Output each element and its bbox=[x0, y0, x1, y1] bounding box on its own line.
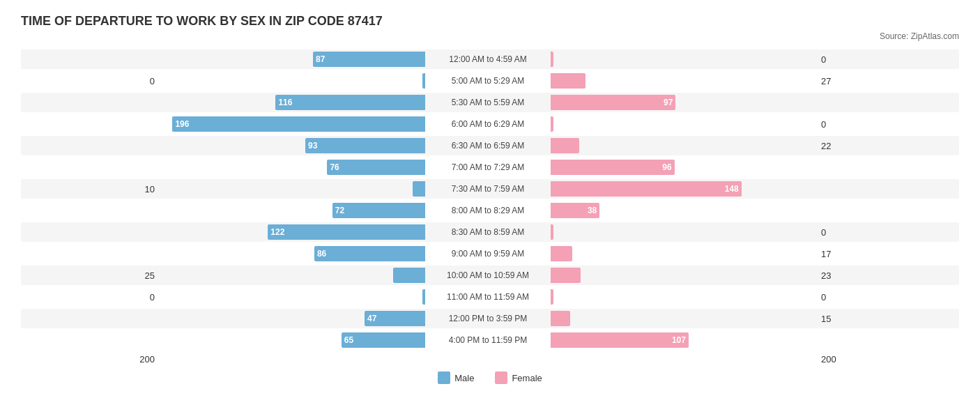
female-bar-container: 107 bbox=[551, 332, 816, 348]
female-bar-container bbox=[551, 73, 816, 89]
axis-right-label: 200 bbox=[816, 354, 850, 365]
female-value: 23 bbox=[816, 270, 850, 281]
female-bar-container bbox=[551, 289, 816, 305]
male-bar: 76 bbox=[327, 160, 425, 175]
female-bar-container bbox=[551, 116, 816, 132]
male-bar-container: 47 bbox=[160, 311, 425, 326]
time-label: 8:00 AM to 8:29 AM bbox=[425, 206, 551, 215]
male-bar-container: 76 bbox=[160, 160, 425, 175]
male-bar-container: 65 bbox=[160, 332, 425, 348]
axis-left-label: 200 bbox=[21, 354, 160, 365]
male-bar-container: 93 bbox=[160, 138, 425, 153]
female-bar-container bbox=[551, 138, 816, 153]
male-value: 10 bbox=[21, 184, 160, 194]
male-bar-container bbox=[160, 181, 425, 197]
female-bar-container bbox=[551, 246, 816, 261]
female-bar bbox=[551, 268, 581, 283]
time-label: 5:30 AM to 5:59 AM bbox=[425, 98, 551, 107]
female-bar bbox=[551, 311, 570, 326]
axis-row: 200200 bbox=[21, 354, 959, 365]
chart-row: 1165:30 AM to 5:59 AM97 bbox=[21, 93, 959, 112]
time-label: 6:30 AM to 6:59 AM bbox=[425, 141, 551, 151]
male-value: 0 bbox=[21, 292, 160, 302]
legend-female: Female bbox=[495, 371, 542, 384]
chart-row: 8712:00 AM to 4:59 AM0 bbox=[21, 49, 959, 69]
male-bar: 122 bbox=[268, 224, 425, 240]
male-bar: 72 bbox=[332, 203, 425, 218]
chart-row: 728:00 AM to 8:29 AM38 bbox=[21, 201, 959, 220]
female-bar-container bbox=[551, 311, 816, 326]
male-value: 25 bbox=[21, 270, 160, 281]
time-label: 11:00 AM to 11:59 AM bbox=[425, 292, 551, 302]
male-bar: 196 bbox=[172, 116, 425, 132]
male-bar-container: 196 bbox=[160, 116, 425, 132]
male-bar: 116 bbox=[275, 95, 425, 110]
female-bar-container bbox=[551, 224, 816, 240]
male-value: 0 bbox=[21, 76, 160, 86]
chart-area: 8712:00 AM to 4:59 AM005:00 AM to 5:29 A… bbox=[21, 49, 959, 365]
chart-row: 936:30 AM to 6:59 AM22 bbox=[21, 136, 959, 155]
female-bar: 97 bbox=[551, 95, 675, 110]
legend: Male Female bbox=[21, 371, 959, 384]
female-value: 15 bbox=[816, 314, 850, 324]
time-label: 5:00 AM to 5:29 AM bbox=[425, 76, 551, 86]
male-bar-container: 86 bbox=[160, 246, 425, 261]
female-bar: 96 bbox=[551, 160, 675, 175]
male-bar-container bbox=[160, 73, 425, 89]
male-bar: 65 bbox=[342, 332, 425, 348]
female-value: 17 bbox=[816, 249, 850, 259]
chart-row: 4712:00 PM to 3:59 PM15 bbox=[21, 309, 959, 328]
female-value: 0 bbox=[816, 119, 850, 130]
female-bar bbox=[551, 289, 553, 305]
female-bar bbox=[551, 246, 572, 261]
male-bar: 87 bbox=[313, 52, 425, 67]
male-bar-container bbox=[160, 268, 425, 283]
male-bar bbox=[413, 181, 426, 197]
legend-female-box bbox=[495, 371, 507, 384]
female-bar: 107 bbox=[551, 332, 689, 348]
female-value: 27 bbox=[816, 76, 850, 86]
chart-row: 011:00 AM to 11:59 AM0 bbox=[21, 287, 959, 307]
chart-row: 1228:30 AM to 8:59 AM0 bbox=[21, 222, 959, 242]
male-bar: 93 bbox=[305, 138, 425, 153]
male-bar-container: 87 bbox=[160, 52, 425, 67]
female-value: 0 bbox=[816, 292, 850, 302]
male-bar: 86 bbox=[314, 246, 425, 261]
female-value: 22 bbox=[816, 141, 850, 151]
legend-male-label: Male bbox=[454, 373, 474, 383]
chart-row: 767:00 AM to 7:29 AM96 bbox=[21, 158, 959, 177]
chart-row: 1966:00 AM to 6:29 AM0 bbox=[21, 114, 959, 134]
female-bar-container: 148 bbox=[551, 181, 816, 197]
time-label: 7:30 AM to 7:59 AM bbox=[425, 184, 551, 194]
time-label: 12:00 AM to 4:59 AM bbox=[425, 54, 551, 64]
time-label: 8:30 AM to 8:59 AM bbox=[425, 227, 551, 237]
chart-row: 2510:00 AM to 10:59 AM23 bbox=[21, 266, 959, 285]
female-bar-container: 97 bbox=[551, 95, 816, 110]
female-bar bbox=[551, 138, 579, 153]
female-bar bbox=[551, 116, 553, 132]
female-bar bbox=[551, 73, 585, 89]
chart-row: 05:00 AM to 5:29 AM27 bbox=[21, 71, 959, 91]
female-bar-container: 96 bbox=[551, 160, 816, 175]
time-label: 9:00 AM to 9:59 AM bbox=[425, 249, 551, 259]
time-label: 6:00 AM to 6:29 AM bbox=[425, 119, 551, 129]
chart-row: 107:30 AM to 7:59 AM148 bbox=[21, 179, 959, 199]
male-bar-container: 72 bbox=[160, 203, 425, 218]
female-value: 0 bbox=[816, 227, 850, 238]
time-label: 12:00 PM to 3:59 PM bbox=[425, 314, 551, 323]
female-bar-container bbox=[551, 52, 816, 67]
chart-title: TIME OF DEPARTURE TO WORK BY SEX IN ZIP … bbox=[21, 14, 959, 29]
male-bar-container bbox=[160, 289, 425, 305]
female-bar-container bbox=[551, 268, 816, 283]
chart-row: 654:00 PM to 11:59 PM107 bbox=[21, 330, 959, 350]
legend-male: Male bbox=[438, 371, 474, 384]
legend-male-box bbox=[438, 371, 450, 384]
male-bar: 47 bbox=[365, 311, 425, 326]
male-bar-container: 116 bbox=[160, 95, 425, 110]
female-bar: 148 bbox=[551, 181, 742, 197]
female-bar: 38 bbox=[551, 203, 599, 218]
time-label: 7:00 AM to 7:29 AM bbox=[425, 162, 551, 172]
time-label: 4:00 PM to 11:59 PM bbox=[425, 335, 551, 345]
female-bar-container: 38 bbox=[551, 203, 816, 218]
legend-female-label: Female bbox=[512, 373, 542, 383]
